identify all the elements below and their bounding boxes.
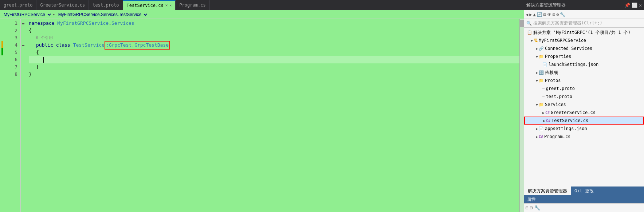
filter-icon[interactable]: ⊞: [553, 12, 555, 17]
show-all-icon[interactable]: 👁: [547, 12, 551, 17]
deps-icon: 🔢: [539, 70, 544, 75]
tree-item-appsettings[interactable]: ▶ 📄 appsettings.json: [524, 125, 644, 133]
tab-test-service[interactable]: TestService.cs ✕ ✕: [123, 0, 176, 10]
properties-toolbar: ⊞ ⊟ 🔧: [524, 203, 644, 212]
close-panel-icon[interactable]: ✕: [639, 3, 642, 8]
tab-test-proto[interactable]: test.proto: [89, 0, 123, 10]
connected-chevron[interactable]: ▶: [536, 47, 538, 51]
code-line-2: {: [29, 27, 519, 34]
close-brace-1: }: [36, 63, 39, 71]
props-wrench-icon[interactable]: 🔧: [534, 205, 540, 211]
line-num-6: 6: [4, 56, 17, 63]
tree-item-connected-services[interactable]: ▶ 🔗 Connected Services: [524, 44, 644, 52]
code-line-6[interactable]: [29, 56, 519, 63]
tab-close-icon[interactable]: ✕: [169, 3, 172, 7]
code-text[interactable]: namespace MyFirstGRPCService.Services { …: [26, 19, 519, 212]
gutter-7: [0, 63, 4, 70]
code-editor[interactable]: 1 2 3 4 5 6 7 8 ▬ ▬: [4, 19, 524, 212]
code-line-5: {: [29, 49, 519, 56]
open-brace-2: {: [36, 49, 39, 56]
protos-label: Protos: [545, 78, 561, 83]
tree-item-services-folder[interactable]: ▼ 📁 Services: [524, 101, 644, 109]
tab-label: GreeterService.cs: [40, 3, 85, 8]
collapse-all-icon[interactable]: ⊟: [543, 12, 546, 17]
collapse-4[interactable]: ▬: [22, 42, 24, 49]
connected-services-icon: 🔗: [539, 46, 544, 51]
line-num-4: 4: [4, 42, 17, 49]
breadcrumb-right-select[interactable]: MyFirstGRPCService.Services.TestService: [56, 12, 148, 17]
properties-chevron[interactable]: ▼: [536, 55, 538, 59]
solution-icon: 📋: [527, 30, 532, 35]
tree-item-properties[interactable]: ▼ 📁 Properties: [524, 52, 644, 60]
maximize-icon[interactable]: ⬜: [632, 3, 637, 8]
program-label: Program.cs: [544, 134, 570, 139]
protos-chevron[interactable]: ▼: [536, 79, 538, 83]
tree-item-protos[interactable]: ▼ 📁 Protos: [524, 76, 644, 85]
tree-item-launch-settings[interactable]: 📄 launchSettings.json: [524, 60, 644, 68]
project-chevron[interactable]: ▼: [531, 39, 533, 43]
tab-git-changes[interactable]: Git 更改: [571, 187, 597, 195]
tab-solution-explorer[interactable]: 解决方案资源管理器: [524, 187, 571, 195]
keyword-class: class: [56, 42, 73, 49]
namespace-services: Services: [111, 20, 134, 27]
tree-item-solution[interactable]: 📋 解决方案 'MyFirstGRPC'(1 个项目/共 1 个): [524, 28, 644, 36]
tab-greeter-service[interactable]: GreeterService.cs: [36, 0, 89, 10]
tab-greet-proto[interactable]: greet.proto: [0, 0, 36, 10]
props-grid-icon[interactable]: ⊞: [526, 205, 529, 211]
appsettings-label: appsettings.json: [545, 126, 587, 131]
code-line-7: }: [29, 63, 519, 71]
appsettings-chevron[interactable]: ▶: [536, 127, 538, 131]
editor-scrollbar[interactable]: [519, 19, 524, 212]
properties-label: Properties: [545, 54, 571, 59]
search-placeholder[interactable]: 搜索解决方案资源管理器(Ctrl+;): [533, 20, 602, 26]
tab-se-label: 解决方案资源管理器: [528, 188, 567, 194]
tree-item-test-service[interactable]: ▶ C# TestService.cs: [524, 117, 644, 125]
services-chevron[interactable]: ▼: [536, 103, 538, 107]
breadcrumb: MyFirstGRPCService ▸ MyFirstGRPCService.…: [0, 10, 644, 19]
collapse-1[interactable]: ▬: [22, 20, 24, 27]
line-num-3: 3: [4, 34, 17, 42]
nav-back-icon[interactable]: ◀: [526, 12, 528, 17]
greeter-chevron[interactable]: ▶: [542, 111, 545, 115]
scrollbar-thumb[interactable]: [520, 20, 524, 27]
line-numbers: 1 2 3 4 5 6 7 8: [4, 19, 21, 212]
tree-item-greet-proto[interactable]: ← greet.proto: [524, 85, 644, 93]
search-bar: 🔍 搜索解决方案资源管理器(Ctrl+;): [524, 19, 644, 28]
test-service-chevron[interactable]: ▶: [543, 119, 545, 123]
change-indicator-green: [1, 48, 3, 55]
cs-file2-icon: C#: [546, 119, 550, 123]
tab-save-indicator: ✕: [165, 3, 168, 8]
services-folder-label: Services: [545, 102, 566, 107]
code-line-1: namespace MyFirstGRPCService.Services: [29, 20, 519, 27]
nav-forward-icon[interactable]: ▶: [529, 12, 532, 17]
tab-label: TestService.cs: [127, 3, 164, 8]
class-name-testservice: TestService: [73, 42, 105, 49]
breadcrumb-left-select[interactable]: MyFirstGRPCService: [1, 12, 52, 17]
tree-item-greeter-service[interactable]: ▶ C# GreeterService.cs: [524, 109, 644, 117]
tree-item-program[interactable]: ▶ C# Program.cs: [524, 133, 644, 141]
tree-view[interactable]: 📋 解决方案 'MyFirstGRPC'(1 个项目/共 1 个) ▼ 🏗 My…: [524, 28, 644, 187]
tab-label: greet.proto: [4, 3, 32, 8]
breadcrumb-separator: ▸: [53, 12, 55, 17]
pin-icon[interactable]: 📌: [624, 3, 630, 8]
tree-item-test-proto[interactable]: ← test.proto: [524, 93, 644, 101]
deps-chevron[interactable]: ▶: [536, 71, 538, 75]
nav-up-icon[interactable]: ▲: [533, 12, 535, 17]
gutter-4: [0, 41, 4, 48]
refresh-icon[interactable]: 🔄: [537, 12, 542, 17]
tree-item-dependencies[interactable]: ▶ 🔢 依赖项: [524, 68, 644, 76]
toolbar-extra-icon[interactable]: 🔧: [560, 12, 565, 17]
settings2-icon[interactable]: ⚙: [556, 12, 559, 17]
program-chevron[interactable]: ▶: [536, 135, 538, 139]
line-num-8: 8: [4, 71, 17, 78]
tree-item-project[interactable]: ▼ 🏗 MyFirstGRPCService: [524, 36, 644, 44]
services-folder-icon: 📁: [539, 102, 544, 107]
proto-file2-icon: ←: [542, 94, 545, 99]
properties-title: 属性: [527, 196, 536, 203]
tab-program[interactable]: Program.cs: [176, 0, 209, 10]
ref-count-text: 0 个引用: [36, 34, 53, 42]
deps-label: 依赖项: [545, 70, 558, 76]
props-sort-icon[interactable]: ⊟: [530, 205, 533, 211]
project-icon: 🏗: [534, 38, 538, 43]
code-line-4: public class TestService :GrpcTest.GrpcT…: [29, 42, 519, 49]
